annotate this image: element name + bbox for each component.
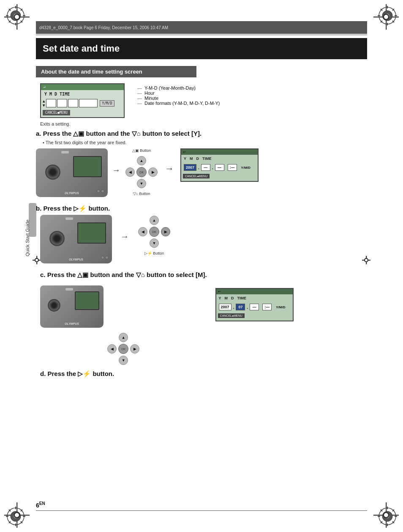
step-a-title: a. Press the △▣ button and the ▽⌂ button… xyxy=(36,130,367,137)
camera-buttons-b xyxy=(101,256,109,259)
dpad-c-right-btn: ▶ xyxy=(130,344,139,354)
camera-lens-c xyxy=(48,299,60,312)
step-a-instruction: Press the △▣ button and the ▽⌂ button to… xyxy=(43,130,202,137)
month-field xyxy=(57,99,67,107)
step-d-instruction: Press the ▷⚡ button. xyxy=(48,370,114,377)
dpad-c-e2 xyxy=(129,332,140,343)
screen-labels: Y M D TIME xyxy=(41,90,124,98)
step-c-left: c. Press the △▣ button and the ▽⌂ button… xyxy=(40,271,207,380)
lcd-time-field: :— xyxy=(228,164,237,171)
camera-lens-b xyxy=(49,231,65,246)
camera-lens xyxy=(45,165,60,180)
cancel-text: CANCEL●MENU xyxy=(45,111,68,115)
dpad-right-btn: ▶ xyxy=(148,167,158,177)
dpad-b: ▲ ◀ OK ▶ ▼ xyxy=(137,215,171,255)
lcd-c-dot1: . xyxy=(233,305,234,310)
screen-fields: ▲ ▼ Y/M/D xyxy=(41,98,124,108)
lcd-cancel: CANCEL●MENU xyxy=(183,174,210,178)
dpad-b-right: ▶ xyxy=(160,226,171,237)
lcd-time: TIME xyxy=(202,156,212,161)
time-field xyxy=(79,99,98,107)
dpad-b-left: ◀ xyxy=(137,226,148,237)
dpad-right-cell: ▶ xyxy=(147,167,158,178)
cam-btn-b1 xyxy=(101,256,104,259)
dpad-c-center: OK xyxy=(118,343,129,354)
lcd-data-row: 2007 . — . — :— Y/M/D xyxy=(181,162,258,173)
step-c-section: c. Press the △▣ button and the ▽⌂ button… xyxy=(36,271,367,380)
step-a-note: The first two digits of the year are fix… xyxy=(43,140,367,145)
step-b-letter: b. xyxy=(36,205,41,212)
lcd-screen-c: ↩ Y M D TIME 2007 . 07 . — xyxy=(215,288,294,321)
border-top xyxy=(36,35,367,35)
camera-brand-b: OLYMPUS xyxy=(69,258,83,261)
lcd-screen-a: ↩ Y M D TIME 2007 . — . — :— Y/ xyxy=(180,148,259,182)
step-a-arrow-right: → xyxy=(163,163,176,174)
lcd-row1: Y M D TIME xyxy=(181,155,258,162)
lcd-c-wrapper: ↩ Y M D TIME 2007 . 07 . — xyxy=(215,288,294,321)
lcd-c-month-field: 07 xyxy=(236,304,245,310)
screen-icon: ↩ xyxy=(44,85,46,89)
dpad-top-label: △▣ Button xyxy=(132,148,151,153)
camera-flash-b xyxy=(65,217,73,220)
dpad-grid-c: ▲ ◀ OK ▶ ▼ xyxy=(106,332,140,366)
cam-btn-1 xyxy=(97,189,100,193)
page-number: 6EN xyxy=(36,501,45,509)
lcd-c-icon: ↩ xyxy=(218,290,221,293)
dpad-down-btn: ▼ xyxy=(137,179,146,188)
year-field xyxy=(46,99,56,107)
dpad-left-cell: ◀ xyxy=(125,167,136,178)
lcd-c-header: ↩ xyxy=(216,289,293,294)
border-bottom xyxy=(36,510,367,511)
dpad-b-right-btn: ▶ xyxy=(161,227,170,236)
day-field xyxy=(68,99,78,107)
dpad-b-center-btn: OK xyxy=(149,227,159,237)
lcd-y: Y xyxy=(184,156,186,161)
step-b-instruction: Press the ▷⚡ button. xyxy=(44,205,110,212)
dpad-c-down: ▼ xyxy=(118,355,129,366)
dpad-c-left-btn: ◀ xyxy=(107,344,117,354)
camera-illustration-c: OLYMPUS xyxy=(40,285,103,328)
m-label: M xyxy=(49,92,52,96)
lcd-year-field: 2007 xyxy=(184,164,196,171)
dpad-b-down: ▼ xyxy=(149,238,160,249)
dpad-c-e4 xyxy=(129,355,140,366)
camera-buttons xyxy=(97,189,104,193)
screen-top-bar: ↩ xyxy=(41,84,124,90)
dpad-c-up: ▲ xyxy=(118,332,129,343)
connect-arrow-a: → xyxy=(112,165,120,175)
lcd-d: D xyxy=(196,156,199,161)
lcd-month-field: — xyxy=(201,164,210,171)
field-boxes xyxy=(46,99,98,107)
ymd-button: Y/M/D xyxy=(100,100,114,107)
lcd-c-year-field: 2007 xyxy=(219,304,231,310)
sidebar-label: Quick Start Guide xyxy=(25,219,30,256)
dpad-b-label: ▷⚡ Button xyxy=(144,251,164,255)
dpad-c-e3 xyxy=(106,355,117,366)
dpad-bottom-label: ▽⌂ Button xyxy=(133,192,150,196)
dpad-center-cell: OK xyxy=(136,167,147,178)
dot-sep1: . xyxy=(198,165,199,170)
dpad-empty-2 xyxy=(147,155,158,166)
dpad-b-e1 xyxy=(137,215,148,226)
cancel-button-diagram: CANCEL●MENU xyxy=(43,110,70,115)
dpad-c-up-btn: ▲ xyxy=(119,333,128,342)
label-ymd: Y-M-D (Year-Month-Day) xyxy=(137,85,220,90)
lcd-c-row1: Y M D TIME xyxy=(216,294,293,302)
lcd-day-field: — xyxy=(215,164,224,171)
step-b-section: b. Press the ▷⚡ button. OLYMPUS → xyxy=(36,205,367,263)
dpad-c-e1 xyxy=(106,332,117,343)
camera-screen-c xyxy=(75,291,99,310)
connect-arrow-b: → xyxy=(120,232,129,241)
cam-btn-2 xyxy=(101,189,104,193)
arrow-col: ▲ ▼ xyxy=(43,99,45,107)
camera-screen-b xyxy=(77,222,106,244)
dpad-b-up: ▲ xyxy=(149,215,160,226)
dpad-b-up-btn: ▲ xyxy=(150,216,159,225)
step-a-inner: OLYMPUS → △▣ Button ▲ ◀ xyxy=(36,148,367,197)
dpad-b-down-btn: ▼ xyxy=(150,239,159,248)
camera-flash xyxy=(61,151,69,154)
down-arrow: ▼ xyxy=(43,103,45,107)
camera-flash-c xyxy=(65,288,73,291)
section-heading: About the date and time setting screen xyxy=(36,66,196,77)
dpad-grid-b: ▲ ◀ OK ▶ ▼ xyxy=(137,215,171,249)
